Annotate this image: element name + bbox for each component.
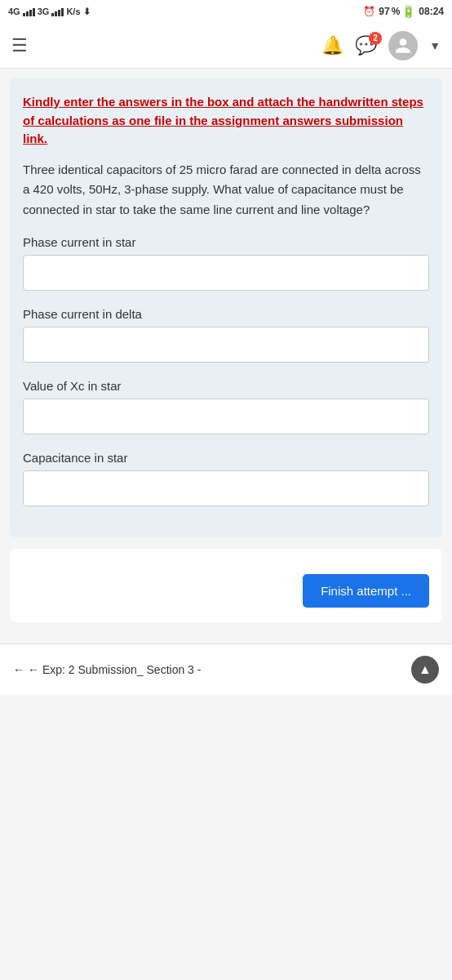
field-label-2: Phase current in delta [23, 307, 429, 321]
signal-3g: 3G [38, 7, 50, 16]
back-nav-link[interactable]: ← ← Exp: 2 Submission_ Section 3 - [13, 663, 201, 676]
battery-icon: 🔋 [401, 5, 415, 18]
notification-bell-icon[interactable]: 🔔 [321, 35, 343, 56]
status-right: ⏰ 97% 🔋 08:24 [363, 5, 444, 18]
field-label-1: Phase current in star [23, 235, 429, 249]
nav-right: 🔔 💬 2 ▼ [321, 31, 441, 60]
content-area: Kindly enter the answers in the box and … [0, 69, 452, 644]
question-text: Three identical capacitors of 25 micro f… [23, 160, 429, 220]
field-label-3: Value of Xc in star [23, 379, 429, 393]
capacitance-star-input[interactable] [23, 470, 429, 506]
xc-star-input[interactable] [23, 399, 429, 434]
signal-bar-3g [51, 7, 64, 16]
chat-icon-wrap[interactable]: 💬 2 [355, 35, 377, 56]
time-display: 08:24 [419, 6, 444, 17]
phase-current-delta-input[interactable] [23, 327, 429, 363]
finish-attempt-button[interactable]: Finish attempt ... [303, 574, 429, 608]
bottom-nav: ← ← Exp: 2 Submission_ Section 3 - ▲ [0, 644, 452, 695]
chat-badge: 2 [369, 32, 382, 45]
status-left: 4G 3G K/s ⬇ [8, 7, 91, 17]
download-icon: ⬇ [83, 7, 91, 17]
finish-card: Finish attempt ... [10, 549, 442, 622]
up-arrow-icon: ▲ [419, 662, 432, 677]
signal-4g: 4G [8, 7, 20, 16]
status-bar: 4G 3G K/s ⬇ ⏰ 97% 🔋 08:24 [0, 0, 452, 23]
hamburger-menu-icon[interactable]: ☰ [11, 35, 28, 56]
battery-level: 97% 🔋 [379, 5, 415, 18]
nav-bar: ☰ 🔔 💬 2 ▼ [0, 23, 452, 69]
phase-current-star-input[interactable] [23, 255, 429, 291]
dropdown-arrow-icon[interactable]: ▼ [429, 39, 441, 52]
question-card: Kindly enter the answers in the box and … [10, 78, 442, 537]
instruction-text: Kindly enter the answers in the box and … [23, 93, 429, 149]
signal-bar-4g [23, 7, 35, 16]
avatar[interactable] [388, 31, 418, 60]
battery-value: 97 [379, 6, 389, 17]
back-arrow-icon: ← [13, 663, 24, 676]
nav-left: ☰ [11, 35, 28, 56]
user-icon [394, 37, 412, 55]
field-label-4: Capacitance in star [23, 451, 429, 465]
network-speed: K/s [66, 7, 80, 16]
back-nav-label: ← Exp: 2 Submission_ Section 3 - [28, 663, 201, 676]
alarm-icon: ⏰ [363, 6, 375, 17]
scroll-up-button[interactable]: ▲ [411, 656, 439, 684]
